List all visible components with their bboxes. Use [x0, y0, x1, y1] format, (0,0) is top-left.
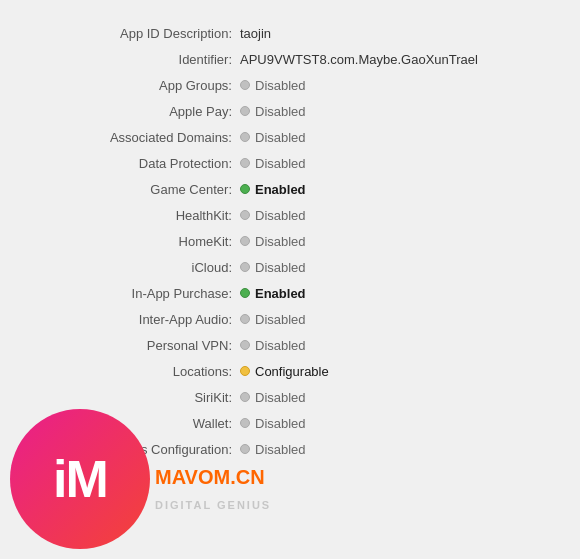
- status-dot: [240, 392, 250, 402]
- status-text: Enabled: [255, 182, 306, 197]
- status-dot: [240, 106, 250, 116]
- row-value: APU9VWTST8.com.Maybe.GaoXunTrael: [240, 52, 478, 67]
- row-value: Disabled: [240, 416, 306, 431]
- status-dot: [240, 288, 250, 298]
- status-dot: [240, 314, 250, 324]
- status-text: Disabled: [255, 390, 306, 405]
- row-value: Disabled: [240, 390, 306, 405]
- row-label: Data Protection:: [40, 156, 240, 171]
- status-dot: [240, 340, 250, 350]
- row-label: Locations:: [40, 364, 240, 379]
- status-text: Disabled: [255, 130, 306, 145]
- watermark: iM: [0, 399, 160, 559]
- info-row: Apple Pay:Disabled: [40, 98, 540, 124]
- status-dot: [240, 158, 250, 168]
- row-label: Identifier:: [40, 52, 240, 67]
- info-row: App Groups:Disabled: [40, 72, 540, 98]
- status-text: Disabled: [255, 208, 306, 223]
- row-value: taojin: [240, 26, 271, 41]
- status-dot: [240, 236, 250, 246]
- info-row: In-App Purchase:Enabled: [40, 280, 540, 306]
- status-dot: [240, 444, 250, 454]
- status-text: Disabled: [255, 416, 306, 431]
- row-label: Associated Domains:: [40, 130, 240, 145]
- status-text: Disabled: [255, 78, 306, 93]
- row-label: Apple Pay:: [40, 104, 240, 119]
- row-value: Disabled: [240, 312, 306, 327]
- info-row: Data Protection:Disabled: [40, 150, 540, 176]
- status-text: Disabled: [255, 234, 306, 249]
- status-text: Disabled: [255, 156, 306, 171]
- row-label: HealthKit:: [40, 208, 240, 223]
- info-row: HomeKit:Disabled: [40, 228, 540, 254]
- row-label: App ID Description:: [40, 26, 240, 41]
- row-value: Enabled: [240, 286, 306, 301]
- watermark-brand: MAVOM.CN: [155, 466, 265, 489]
- row-value: Disabled: [240, 130, 306, 145]
- status-dot: [240, 262, 250, 272]
- info-row: Inter-App Audio:Disabled: [40, 306, 540, 332]
- status-text: Enabled: [255, 286, 306, 301]
- info-row: Game Center:Enabled: [40, 176, 540, 202]
- row-value: Disabled: [240, 208, 306, 223]
- status-text: Disabled: [255, 442, 306, 457]
- watermark-circle: iM: [10, 409, 150, 549]
- row-value: Enabled: [240, 182, 306, 197]
- row-value: Disabled: [240, 104, 306, 119]
- status-dot: [240, 210, 250, 220]
- row-value: Configurable: [240, 364, 329, 379]
- status-dot: [240, 366, 250, 376]
- row-value: Disabled: [240, 442, 306, 457]
- info-row: Personal VPN:Disabled: [40, 332, 540, 358]
- info-row: App ID Description:taojin: [40, 20, 540, 46]
- row-value: Disabled: [240, 78, 306, 93]
- row-label: HomeKit:: [40, 234, 240, 249]
- status-text: Disabled: [255, 260, 306, 275]
- row-label: Inter-App Audio:: [40, 312, 240, 327]
- row-label: Personal VPN:: [40, 338, 240, 353]
- status-dot: [240, 132, 250, 142]
- status-dot: [240, 418, 250, 428]
- status-dot: [240, 184, 250, 194]
- status-text: Disabled: [255, 104, 306, 119]
- row-label: iCloud:: [40, 260, 240, 275]
- watermark-sub: DIGITAL GENIUS: [155, 499, 271, 511]
- status-dot: [240, 80, 250, 90]
- info-row: Identifier:APU9VWTST8.com.Maybe.GaoXunTr…: [40, 46, 540, 72]
- row-value: Disabled: [240, 338, 306, 353]
- watermark-initials: iM: [53, 449, 107, 509]
- row-label: App Groups:: [40, 78, 240, 93]
- info-row: iCloud:Disabled: [40, 254, 540, 280]
- info-row: HealthKit:Disabled: [40, 202, 540, 228]
- row-value: Disabled: [240, 234, 306, 249]
- row-value: Disabled: [240, 260, 306, 275]
- status-text: Configurable: [255, 364, 329, 379]
- row-label: In-App Purchase:: [40, 286, 240, 301]
- status-text: Disabled: [255, 312, 306, 327]
- status-text: Disabled: [255, 338, 306, 353]
- info-row: Associated Domains:Disabled: [40, 124, 540, 150]
- info-row: Locations:Configurable: [40, 358, 540, 384]
- row-value: Disabled: [240, 156, 306, 171]
- row-label: Game Center:: [40, 182, 240, 197]
